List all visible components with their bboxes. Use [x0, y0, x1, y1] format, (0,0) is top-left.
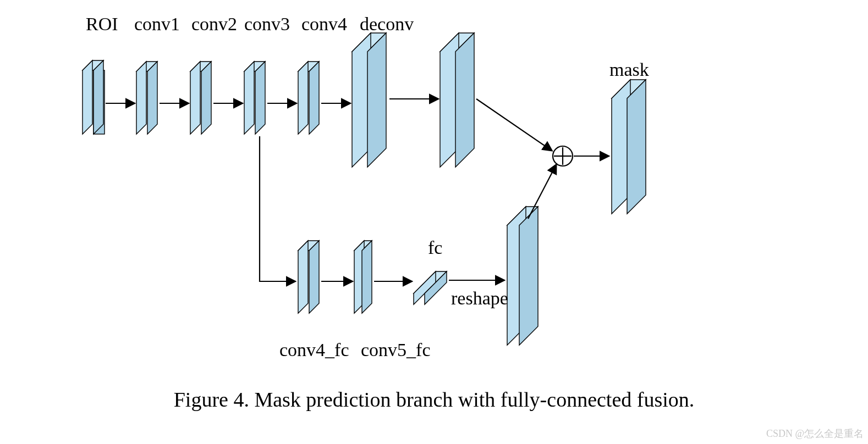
label-conv3: conv3	[244, 14, 290, 34]
svg-marker-27	[309, 241, 319, 313]
svg-marker-30	[362, 241, 372, 313]
svg-marker-5	[136, 62, 146, 134]
block-conv3	[244, 62, 265, 134]
label-conv2: conv2	[191, 14, 237, 34]
block-conv4-fc	[298, 241, 319, 313]
label-reshape: reshape	[451, 288, 508, 308]
arrow-reshape-sum	[528, 165, 556, 219]
svg-marker-15	[309, 62, 319, 134]
label-roi: ROI	[86, 14, 118, 34]
label-fc: fc	[428, 237, 442, 258]
block-deconv	[352, 33, 386, 167]
svg-marker-9	[201, 62, 211, 134]
label-conv4: conv4	[301, 14, 347, 34]
svg-marker-11	[244, 62, 254, 134]
diagram-canvas: ROI conv1 conv2 conv3 conv4 deconv mask …	[0, 0, 868, 444]
arrow-big2-sum	[476, 99, 552, 151]
block-reshape	[507, 207, 538, 345]
svg-marker-3	[94, 60, 103, 134]
svg-marker-8	[190, 62, 200, 134]
sum-node	[553, 146, 573, 166]
label-conv1: conv1	[134, 14, 180, 34]
block-conv1	[136, 62, 157, 134]
svg-marker-24	[627, 80, 646, 214]
block-fc	[414, 271, 447, 304]
block-conv2	[190, 62, 211, 134]
figure-caption: Figure 4. Mask prediction branch with fu…	[174, 388, 695, 411]
arrow-conv3-conv4fc	[260, 136, 295, 281]
label-conv5fc: conv5_fc	[361, 340, 431, 360]
svg-marker-12	[255, 62, 265, 134]
label-conv4fc: conv4_fc	[279, 340, 349, 360]
block-conv5-fc	[354, 241, 372, 313]
svg-marker-36	[519, 207, 538, 345]
label-mask: mask	[609, 59, 649, 80]
label-deconv: deconv	[360, 14, 414, 34]
svg-marker-6	[147, 62, 157, 134]
svg-marker-1	[83, 60, 92, 134]
svg-marker-18	[367, 33, 386, 167]
block-conv4	[298, 62, 319, 134]
block-top-big2	[440, 33, 474, 167]
watermark: CSDN @怎么全是重名	[766, 428, 864, 439]
block-mask	[612, 80, 646, 214]
svg-marker-21	[455, 33, 474, 167]
block-roi	[83, 60, 105, 134]
svg-marker-14	[298, 62, 308, 134]
svg-marker-26	[298, 241, 308, 313]
